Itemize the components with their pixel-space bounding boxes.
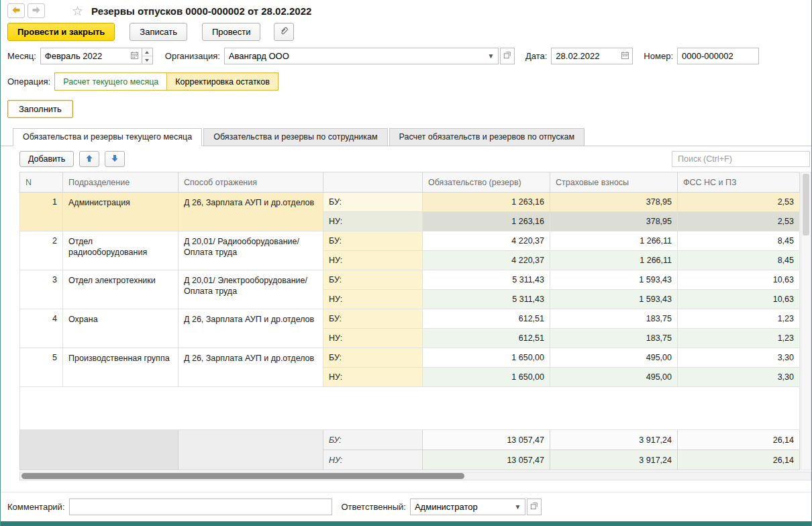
cell-obligation-nu[interactable]: 1 650,00 xyxy=(423,368,550,387)
move-down-button[interactable] xyxy=(105,151,125,167)
cell-fss-bu[interactable]: 2,53 xyxy=(678,193,800,212)
cell-fss-nu[interactable]: 2,53 xyxy=(678,212,800,231)
cell-fss-bu[interactable]: 1,23 xyxy=(678,309,800,329)
cell-row-number[interactable]: 4 xyxy=(20,309,63,348)
cell-fss-nu[interactable]: 1,23 xyxy=(678,329,800,348)
cell-fss-nu[interactable]: 10,63 xyxy=(678,290,800,309)
tab-bar: Обязательства и резервы текущего месяца … xyxy=(1,124,811,146)
cell-obligation-bu[interactable]: 5 311,43 xyxy=(423,270,550,290)
cell-obligation-nu[interactable]: 4 220,37 xyxy=(423,251,550,270)
organization-open-button[interactable] xyxy=(500,48,515,64)
responsible-input[interactable] xyxy=(411,499,511,515)
responsible-dropdown-button[interactable]: ▼ xyxy=(511,499,525,515)
cell-insurance-bu[interactable]: 1 593,43 xyxy=(550,270,678,290)
table-row-bu[interactable]: 2Отдел радиооборудованияД 20,01/ Радиооб… xyxy=(20,231,800,251)
date-calendar-button[interactable] xyxy=(618,48,632,64)
cell-fss-nu[interactable]: 8,45 xyxy=(678,251,800,270)
vertical-scrollbar-thumb[interactable] xyxy=(803,174,809,235)
add-row-button[interactable]: Добавить xyxy=(19,151,74,167)
month-calendar-button[interactable] xyxy=(128,48,142,64)
organization-dropdown-button[interactable]: ▼ xyxy=(484,48,498,64)
col-header-n: N xyxy=(20,172,63,193)
cell-insurance-bu[interactable]: 1 266,11 xyxy=(550,231,678,251)
cell-bu-label[interactable]: БУ: xyxy=(323,193,423,212)
cell-obligation-nu[interactable]: 5 311,43 xyxy=(423,290,550,309)
month-spin-up-button[interactable] xyxy=(142,48,152,56)
tab-reserves-calculation[interactable]: Расчет обязательств и резервов по отпуск… xyxy=(389,128,585,146)
favorite-star-icon[interactable]: ☆ xyxy=(72,5,83,17)
cell-bu-label[interactable]: БУ: xyxy=(323,231,423,251)
save-button[interactable]: Записать xyxy=(130,23,187,41)
organization-input[interactable] xyxy=(225,48,484,64)
cell-insurance-nu[interactable]: 495,00 xyxy=(550,368,678,387)
forward-button[interactable] xyxy=(28,3,45,18)
search-input[interactable] xyxy=(672,151,810,167)
cell-row-number[interactable]: 2 xyxy=(20,231,63,270)
fill-button[interactable]: Заполнить xyxy=(7,100,73,118)
table-row-bu[interactable]: 1АдминистрацияД 26, Зарплата АУП и др.от… xyxy=(20,193,800,212)
operation-label: Операция: xyxy=(7,76,50,87)
cell-obligation-bu[interactable]: 612,51 xyxy=(423,309,550,329)
cell-obligation-bu[interactable]: 4 220,37 xyxy=(423,231,550,251)
cell-insurance-bu[interactable]: 378,95 xyxy=(550,193,678,212)
cell-reflection-method[interactable]: Д 26, Зарплата АУП и др.отделов xyxy=(179,309,323,348)
month-spin-down-button[interactable] xyxy=(142,56,152,64)
cell-insurance-nu[interactable]: 1 266,11 xyxy=(550,251,678,270)
comment-label: Комментарий: xyxy=(7,502,65,512)
number-input[interactable] xyxy=(678,48,758,64)
horizontal-scrollbar[interactable] xyxy=(19,472,811,480)
cell-department[interactable]: Отдел электротехники xyxy=(63,270,179,309)
comment-input[interactable] xyxy=(70,499,332,515)
cell-department[interactable]: Администрация xyxy=(63,193,179,231)
cell-insurance-nu[interactable]: 183,75 xyxy=(550,329,678,348)
cell-row-number[interactable]: 1 xyxy=(20,193,63,231)
cell-department[interactable]: Производственная группа xyxy=(63,348,179,387)
date-input[interactable] xyxy=(552,48,618,64)
cell-obligation-bu[interactable]: 1 650,00 xyxy=(423,348,550,368)
post-button[interactable]: Провести xyxy=(202,23,261,41)
month-input[interactable] xyxy=(41,48,128,64)
operation-option-balance-correction[interactable]: Корректировка остатков xyxy=(166,73,278,90)
cell-insurance-nu[interactable]: 378,95 xyxy=(550,212,678,231)
cell-reflection-method[interactable]: Д 20,01/ Электрооборудование/ Оплата тру… xyxy=(179,270,323,309)
table-row-bu[interactable]: 3Отдел электротехникиД 20,01/ Электрообо… xyxy=(20,270,800,290)
cell-department[interactable]: Отдел радиооборудования xyxy=(63,231,179,270)
horizontal-scrollbar-thumb[interactable] xyxy=(21,473,464,479)
cell-nu-label[interactable]: НУ: xyxy=(323,329,423,348)
cell-insurance-bu[interactable]: 495,00 xyxy=(550,348,678,368)
cell-fss-bu[interactable]: 8,45 xyxy=(678,231,800,251)
cell-obligation-nu[interactable]: 1 263,16 xyxy=(423,212,550,231)
cell-insurance-nu[interactable]: 1 593,43 xyxy=(550,290,678,309)
cell-insurance-bu[interactable]: 183,75 xyxy=(550,309,678,329)
cell-row-number[interactable]: 3 xyxy=(20,270,63,309)
attachments-button[interactable] xyxy=(274,23,294,41)
move-up-button[interactable] xyxy=(79,151,99,167)
cell-fss-bu[interactable]: 10,63 xyxy=(678,270,800,290)
cell-nu-label[interactable]: НУ: xyxy=(323,290,423,309)
cell-department[interactable]: Охрана xyxy=(63,309,179,348)
cell-obligation-bu[interactable]: 1 263,16 xyxy=(423,193,550,212)
cell-bu-label[interactable]: БУ: xyxy=(323,348,423,368)
cell-bu-label[interactable]: БУ: xyxy=(323,309,423,329)
cell-bu-label[interactable]: БУ: xyxy=(323,270,423,290)
cell-reflection-method[interactable]: Д 26, Зарплата АУП и др.отделов xyxy=(179,348,323,387)
cell-row-number[interactable]: 5 xyxy=(20,348,63,387)
totals-method-block xyxy=(179,430,323,470)
cell-fss-bu[interactable]: 3,30 xyxy=(678,348,800,368)
cell-nu-label[interactable]: НУ: xyxy=(323,368,423,387)
table-row-bu[interactable]: 5Производственная группаД 26, Зарплата А… xyxy=(20,348,800,368)
cell-reflection-method[interactable]: Д 26, Зарплата АУП и др.отделов xyxy=(179,193,323,231)
responsible-open-button[interactable] xyxy=(527,498,542,515)
cell-nu-label[interactable]: НУ: xyxy=(323,212,423,231)
cell-reflection-method[interactable]: Д 20,01/ Радиооборудование/ Оплата труда xyxy=(179,231,323,270)
cell-nu-label[interactable]: НУ: xyxy=(323,251,423,270)
table-row-bu[interactable]: 4ОхранаД 26, Зарплата АУП и др.отделовБУ… xyxy=(20,309,800,329)
vertical-scrollbar[interactable] xyxy=(801,172,811,470)
cell-fss-nu[interactable]: 3,30 xyxy=(678,368,800,387)
tab-current-month-obligations[interactable]: Обязательства и резервы текущего месяца xyxy=(13,128,202,146)
operation-option-current-month[interactable]: Расчет текущего месяца xyxy=(55,73,166,90)
post-and-close-button[interactable]: Провести и закрыть xyxy=(7,23,115,41)
back-button[interactable] xyxy=(7,3,25,18)
cell-obligation-nu[interactable]: 612,51 xyxy=(423,329,550,348)
tab-obligations-by-employees[interactable]: Обязательства и резервы по сотрудникам xyxy=(203,128,387,146)
